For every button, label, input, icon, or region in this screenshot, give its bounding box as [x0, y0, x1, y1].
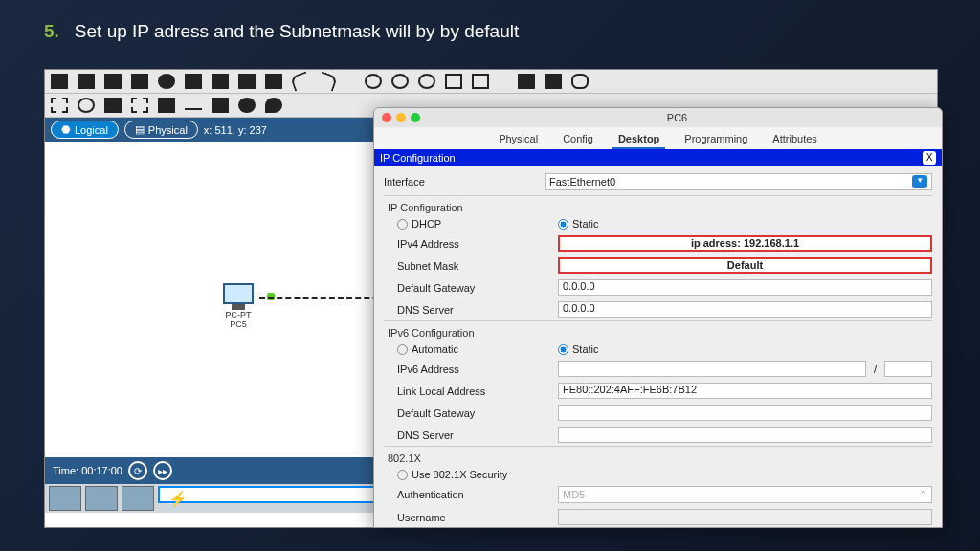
- print-icon[interactable]: [131, 74, 148, 89]
- ellipse-icon[interactable]: [238, 98, 256, 113]
- ipv6-dns-input[interactable]: [558, 427, 932, 443]
- wizard-icon[interactable]: [185, 74, 202, 89]
- palette-routers[interactable]: [49, 486, 81, 511]
- ipv6-prefix-input[interactable]: [884, 361, 932, 377]
- dns-label: DNS Server: [397, 304, 550, 316]
- dns-input[interactable]: 0.0.0.0: [558, 301, 932, 318]
- ipv6-dns-label: DNS Server: [397, 430, 550, 441]
- delete-icon[interactable]: [104, 98, 122, 113]
- copy-icon[interactable]: [238, 74, 256, 89]
- config-form: Interface FastEthernet0▾ IP Configuratio…: [374, 166, 942, 532]
- tab-physical[interactable]: Physical: [493, 130, 544, 149]
- rect-icon[interactable]: [445, 74, 462, 89]
- select-icon[interactable]: [51, 98, 68, 113]
- panel-title: IP Configuration: [380, 152, 456, 164]
- ipv6-gateway-label: Default Gateway: [397, 408, 550, 419]
- coords-label: x: 511, y: 237: [204, 124, 267, 136]
- zoom-reset-icon[interactable]: [391, 74, 409, 89]
- logical-view-button[interactable]: ⬣Logical: [51, 121, 119, 139]
- zoom-in-icon[interactable]: [365, 74, 382, 89]
- ipv6-static-label: Static: [572, 343, 599, 355]
- static-radio[interactable]: [558, 219, 568, 230]
- zoom-out-icon[interactable]: [418, 74, 435, 89]
- maximize-window-icon[interactable]: [411, 113, 420, 122]
- ipv4-section: IP Configuration: [384, 195, 932, 215]
- dropdown-icon: ▾: [912, 175, 927, 188]
- ipv4-address-label: IPv4 Address: [397, 238, 550, 250]
- physical-view-button[interactable]: ▤Physical: [124, 121, 198, 139]
- subnet-mask-label: Subnet Mask: [397, 260, 550, 272]
- square-icon[interactable]: [212, 98, 229, 113]
- username-input[interactable]: [558, 509, 932, 525]
- ipv6-auto-label: Automatic: [412, 343, 458, 355]
- dialog-tabs: Physical Config Desktop Programming Attr…: [374, 127, 942, 149]
- use-8021x-checkbox[interactable]: [397, 470, 408, 480]
- slide-number: 5.: [44, 21, 59, 42]
- palette-hubs[interactable]: [122, 486, 154, 511]
- open-file-icon[interactable]: [78, 74, 95, 89]
- list-icon[interactable]: [472, 74, 489, 89]
- palette-switches[interactable]: [85, 486, 118, 511]
- link-local-input[interactable]: FE80::202:4AFF:FE6B:7B12: [558, 383, 932, 399]
- gateway-label: Default Gateway: [397, 282, 550, 294]
- tab-programming[interactable]: Programming: [679, 130, 753, 149]
- undo-icon[interactable]: [290, 71, 311, 91]
- static-label: Static: [572, 218, 599, 230]
- minimize-window-icon[interactable]: [396, 113, 406, 122]
- dhcp-label: DHCP: [412, 218, 441, 230]
- main-toolbar: [45, 70, 937, 94]
- palette2-icon[interactable]: [571, 74, 589, 89]
- auth-select[interactable]: MD5⌃: [558, 486, 932, 503]
- tab-config[interactable]: Config: [557, 130, 599, 149]
- ip-config-dialog: PC6 Physical Config Desktop Programming …: [373, 107, 943, 528]
- ipv6-static-radio[interactable]: [558, 344, 568, 355]
- ipv6-auto-radio[interactable]: [397, 344, 408, 355]
- tab-attributes[interactable]: Attributes: [767, 130, 822, 149]
- save-icon[interactable]: [104, 74, 122, 89]
- device-name: PC5: [223, 320, 254, 329]
- username-label: Username: [397, 512, 550, 523]
- info-icon[interactable]: [158, 74, 175, 89]
- dialog-title: PC6: [420, 112, 934, 123]
- auth-label: Authentication: [397, 489, 550, 500]
- interface-select[interactable]: FastEthernet0▾: [545, 173, 932, 190]
- ipv6-address-input[interactable]: [558, 361, 866, 377]
- link-local-label: Link Local Address: [397, 386, 550, 397]
- use-8021x-label: Use 802.1X Security: [412, 469, 507, 480]
- sim-time: Time: 00:17:00: [53, 465, 122, 476]
- activity-icon[interactable]: [212, 74, 229, 89]
- dhcp-radio[interactable]: [397, 219, 408, 230]
- dialog-titlebar: PC6: [374, 108, 942, 127]
- ipv6-address-label: IPv6 Address: [397, 364, 550, 375]
- line-icon[interactable]: [185, 108, 202, 110]
- freeform-icon[interactable]: [265, 98, 282, 113]
- close-window-icon[interactable]: [382, 113, 391, 122]
- tab-desktop[interactable]: Desktop: [612, 130, 665, 149]
- 8021x-section: 802.1X: [384, 446, 932, 466]
- ipv6-section: IPv6 Configuration: [384, 320, 932, 341]
- palette1-icon[interactable]: [545, 74, 562, 89]
- chevron-down-icon: ⌃: [919, 489, 927, 501]
- slide-heading: Set up IP adress and the Subnetmask will…: [75, 21, 519, 42]
- interface-label: Interface: [384, 176, 537, 187]
- close-panel-button[interactable]: X: [923, 151, 936, 165]
- device-type: PC-PT: [223, 310, 254, 320]
- power-cycle-button[interactable]: ⟳: [128, 461, 147, 480]
- paste-icon[interactable]: [265, 74, 282, 89]
- gateway-input[interactable]: 0.0.0.0: [558, 279, 932, 296]
- resize-icon[interactable]: [131, 98, 148, 113]
- slide-title: 5. Set up IP adress and the Subnetmask w…: [0, 0, 980, 50]
- ipv4-address-input[interactable]: ip adress: 192.168.1.1: [558, 235, 932, 252]
- ipv6-gateway-input[interactable]: [558, 405, 932, 421]
- subnet-mask-input[interactable]: Default: [558, 257, 932, 274]
- new-file-icon[interactable]: [51, 74, 68, 89]
- search-icon[interactable]: [78, 98, 95, 113]
- note-icon[interactable]: [158, 98, 175, 113]
- notes-icon[interactable]: [518, 74, 535, 89]
- ipv6-prefix-slash: /: [874, 364, 877, 375]
- redo-icon[interactable]: [317, 71, 338, 91]
- panel-header: IP Configuration X: [374, 149, 942, 166]
- device-pc5[interactable]: PC-PT PC5: [223, 283, 254, 329]
- fast-forward-button[interactable]: ▸▸: [153, 461, 172, 480]
